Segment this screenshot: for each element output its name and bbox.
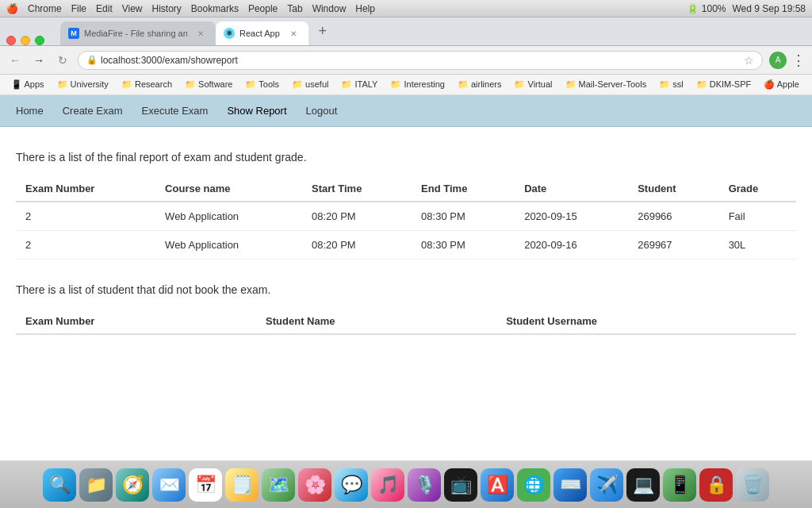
bookmark-star[interactable]: ☆ xyxy=(744,54,754,67)
datetime: Wed 9 Sep 19:58 xyxy=(732,3,806,14)
menu-file[interactable]: File xyxy=(71,3,86,14)
bookmarks-bar: 📱 Apps 📁 University 📁 Research 📁 Softwar… xyxy=(0,75,812,95)
new-tab-button[interactable]: + xyxy=(312,21,334,43)
table2-header-row: Exam Number Student Name Student Usernam… xyxy=(16,309,796,334)
minimize-button[interactable] xyxy=(21,36,30,45)
cell-end-time: 08:30 PM xyxy=(412,231,515,260)
menu-view[interactable]: View xyxy=(122,3,143,14)
bookmark-dkim[interactable]: 📁 DKIM-SPF xyxy=(691,78,756,91)
url-bar[interactable]: 🔒 localhost:3000/exam/showreport ☆ xyxy=(78,51,763,70)
maximize-button[interactable] xyxy=(35,36,44,45)
bookmark-tools[interactable]: 📁 Tools xyxy=(240,78,284,91)
status-bar-right: 🔋 100% Wed 9 Sep 19:58 xyxy=(687,3,806,14)
bookmark-mail[interactable]: 📁 Mail-Server-Tools xyxy=(561,78,652,91)
menu-window[interactable]: Window xyxy=(312,3,347,14)
cell-student: 269966 xyxy=(628,202,718,231)
cell-start-time: 08:20 PM xyxy=(302,202,412,231)
forward-button[interactable]: → xyxy=(30,52,48,69)
menu-bar: 🍎 Chrome File Edit View History Bookmark… xyxy=(0,0,812,17)
nav-show-report[interactable]: Show Report xyxy=(227,105,286,117)
url-text: localhost:3000/exam/showreport xyxy=(101,55,238,66)
unbooked-students-table: Exam Number Student Name Student Usernam… xyxy=(16,309,796,335)
refresh-button[interactable]: ↻ xyxy=(54,52,71,69)
cell-course-name: Web Application xyxy=(155,202,302,231)
menu-help[interactable]: Help xyxy=(355,3,375,14)
cell-grade: 30L xyxy=(719,231,796,260)
section1-title: There is a list of the final report of e… xyxy=(16,151,796,164)
nav-home[interactable]: Home xyxy=(16,105,44,117)
bookmark-airliners[interactable]: 📁 airliners xyxy=(453,78,507,91)
tab-close-react[interactable]: ✕ xyxy=(288,28,299,39)
bookmark-interesting[interactable]: 📁 Interesting xyxy=(385,78,449,91)
mediafire-favicon: M xyxy=(68,28,79,39)
address-bar: ← → ↻ 🔒 localhost:3000/exam/showreport ☆… xyxy=(0,46,812,75)
tab-label-mediafire: MediaFire - File sharing and st... xyxy=(84,29,187,38)
col-end-time: End Time xyxy=(412,176,515,202)
nav-execute-exam[interactable]: Execute Exam xyxy=(142,105,209,117)
menu-tab[interactable]: Tab xyxy=(287,3,302,14)
cell-student: 269967 xyxy=(628,231,718,260)
menu-bookmarks[interactable]: Bookmarks xyxy=(191,3,239,14)
bookmark-virtual[interactable]: 📁 Virtual xyxy=(509,78,557,91)
cell-exam-number: 2 xyxy=(16,202,155,231)
tab-bar: M MediaFire - File sharing and st... ✕ ⚛… xyxy=(0,17,812,46)
col-date: Date xyxy=(515,176,628,202)
col-grade: Grade xyxy=(719,176,796,202)
tab-close-mediafire[interactable]: ✕ xyxy=(195,28,206,39)
col2-student-username: Student Username xyxy=(496,309,796,334)
table-row: 2 Web Application 08:20 PM 08:30 PM 2020… xyxy=(16,231,796,260)
nav-logout[interactable]: Logout xyxy=(306,105,338,117)
menu-chrome[interactable]: Chrome xyxy=(28,3,62,14)
bookmark-apple[interactable]: 🍎 Apple xyxy=(759,78,804,91)
cell-grade: Fail xyxy=(719,202,796,231)
extensions-icon[interactable]: ⋮ xyxy=(791,52,806,69)
tab-react-app[interactable]: ⚛ React App ✕ xyxy=(216,21,308,45)
back-button[interactable]: ← xyxy=(6,52,24,69)
menu-items: Chrome File Edit View History Bookmarks … xyxy=(28,3,375,14)
menu-edit[interactable]: Edit xyxy=(96,3,113,14)
col-start-time: Start Time xyxy=(302,176,412,202)
cell-start-time: 08:20 PM xyxy=(302,231,412,260)
close-button[interactable] xyxy=(6,36,16,45)
bookmark-software[interactable]: 📁 Software xyxy=(180,78,237,91)
bookmark-university[interactable]: 📁 University xyxy=(52,78,113,91)
col-exam-number: Exam Number xyxy=(16,176,155,202)
bookmark-other[interactable]: 📁 Other Bookmarks xyxy=(807,78,812,91)
app-nav: Home Create Exam Execute Exam Show Repor… xyxy=(0,95,812,127)
menu-history[interactable]: History xyxy=(152,3,182,14)
cell-course-name: Web Application xyxy=(155,231,302,260)
tab-mediafire[interactable]: M MediaFire - File sharing and st... ✕ xyxy=(60,21,216,45)
menu-people[interactable]: People xyxy=(248,3,278,14)
bookmark-useful[interactable]: 📁 useful xyxy=(287,78,333,91)
exam-report-table: Exam Number Course name Start Time End T… xyxy=(16,176,796,260)
cell-end-time: 08:30 PM xyxy=(412,202,515,231)
cell-date: 2020-09-16 xyxy=(515,231,628,260)
bookmark-apps[interactable]: 📱 Apps xyxy=(6,78,49,91)
bookmark-research[interactable]: 📁 Research xyxy=(117,78,177,91)
section2-title: There is a list of student that did not … xyxy=(16,283,796,296)
col-student: Student xyxy=(628,176,718,202)
cell-exam-number: 2 xyxy=(16,231,155,260)
tab-label-react-app: React App xyxy=(239,29,280,38)
col2-exam-number: Exam Number xyxy=(16,309,256,334)
table1-header-row: Exam Number Course name Start Time End T… xyxy=(16,176,796,202)
cell-date: 2020-09-15 xyxy=(515,202,628,231)
traffic-lights xyxy=(6,36,44,45)
table-row: 2 Web Application 08:20 PM 08:30 PM 2020… xyxy=(16,202,796,231)
col-course-name: Course name xyxy=(155,176,302,202)
bookmark-ssl[interactable]: 📁 ssl xyxy=(654,78,688,91)
bookmark-italy[interactable]: 📁 ITALY xyxy=(336,78,382,91)
main-content: There is a list of the final report of e… xyxy=(0,127,812,383)
col2-student-name: Student Name xyxy=(256,309,496,334)
apple-menu[interactable]: 🍎 xyxy=(6,3,18,14)
profile-icon[interactable]: A xyxy=(769,52,787,69)
nav-create-exam[interactable]: Create Exam xyxy=(63,105,123,117)
battery-status: 🔋 100% xyxy=(687,3,726,14)
lock-icon: 🔒 xyxy=(86,55,98,65)
react-favicon: ⚛ xyxy=(224,28,235,39)
